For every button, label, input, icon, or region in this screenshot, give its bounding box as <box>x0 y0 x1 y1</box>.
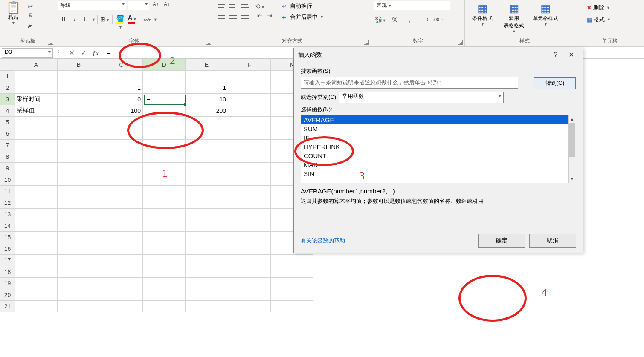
cell-D14[interactable] <box>143 220 186 232</box>
comma-format-button[interactable]: , <box>403 14 416 25</box>
cell-D19[interactable] <box>143 278 186 289</box>
cell-A2[interactable] <box>15 82 58 94</box>
cell-E13[interactable] <box>186 209 228 220</box>
function-list[interactable]: AVERAGESUMIFHYPERLINKCOUNTMAXSIN ▲ ▼ <box>301 115 576 183</box>
font-name-combo[interactable]: 等线 <box>58 1 126 10</box>
cell-styles-button[interactable]: ▦单元格样式▼ <box>531 1 560 26</box>
cell-D17[interactable] <box>143 255 186 266</box>
cell-D18[interactable] <box>143 266 186 278</box>
cell-C8[interactable] <box>100 151 143 163</box>
cell-A1[interactable] <box>15 71 58 82</box>
cell-E5[interactable] <box>186 117 228 128</box>
cell-B5[interactable] <box>58 117 100 128</box>
cell-C9[interactable] <box>100 163 143 174</box>
cell-B16[interactable] <box>58 243 100 255</box>
function-item-average[interactable]: AVERAGE <box>301 115 576 124</box>
cell-D6[interactable] <box>143 128 186 140</box>
cell-B9[interactable] <box>58 163 100 174</box>
function-item-sin[interactable]: SIN <box>301 169 576 178</box>
cell-A5[interactable] <box>15 117 58 128</box>
row-header-16[interactable]: 16 <box>0 243 15 255</box>
select-all-corner[interactable] <box>0 59 15 71</box>
cell-B6[interactable] <box>58 128 100 140</box>
row-header-4[interactable]: 4 <box>0 105 15 117</box>
cell-C11[interactable] <box>100 186 143 197</box>
cell-D5[interactable] <box>143 117 186 128</box>
cell-B1[interactable] <box>58 71 100 82</box>
align-middle-button[interactable] <box>228 1 239 11</box>
cell-F14[interactable] <box>228 220 271 232</box>
cell-C7[interactable] <box>100 140 143 151</box>
clipboard-launcher-icon[interactable] <box>48 40 53 45</box>
cancel-edit-button[interactable]: ✕ <box>66 48 78 58</box>
cell-A20[interactable] <box>15 289 58 301</box>
cell-B3[interactable] <box>58 94 100 105</box>
cell-C19[interactable] <box>100 278 143 289</box>
format-cells-button[interactable]: ▦格式▼ <box>587 14 611 25</box>
cell-E10[interactable] <box>186 174 228 186</box>
cell-A13[interactable] <box>15 209 58 220</box>
cell-A12[interactable] <box>15 197 58 209</box>
align-left-button[interactable] <box>216 12 227 22</box>
cell-D15[interactable] <box>143 232 186 243</box>
cell-F1[interactable] <box>228 71 271 82</box>
format-as-table-button[interactable]: ▦套用 表格格式▼ <box>499 1 529 34</box>
cell-C3[interactable]: 0 <box>100 94 143 105</box>
cell-F21[interactable] <box>228 301 271 312</box>
font-launcher-icon[interactable] <box>206 40 211 45</box>
italic-button[interactable]: I <box>69 14 80 25</box>
cell-A9[interactable] <box>15 163 58 174</box>
number-format-combo[interactable]: 常规 <box>374 1 450 10</box>
cell-B11[interactable] <box>58 186 100 197</box>
cell-N21[interactable] <box>271 301 313 312</box>
cell-A11[interactable] <box>15 186 58 197</box>
cell-F17[interactable] <box>228 255 271 266</box>
cell-A4[interactable]: 采样值 <box>15 105 58 117</box>
cell-E18[interactable] <box>186 266 228 278</box>
cell-F19[interactable] <box>228 278 271 289</box>
decrease-decimal-button[interactable]: .00→ <box>432 14 445 25</box>
cell-C20[interactable] <box>100 289 143 301</box>
cell-D11[interactable] <box>143 186 186 197</box>
cell-B14[interactable] <box>58 220 100 232</box>
column-header-E[interactable]: E <box>186 59 228 71</box>
go-button[interactable]: 转到(G) <box>534 77 576 89</box>
cell-N18[interactable] <box>271 266 313 278</box>
cell-F6[interactable] <box>228 128 271 140</box>
cell-B18[interactable] <box>58 266 100 278</box>
search-function-input[interactable] <box>301 77 518 89</box>
conditional-format-button[interactable]: ▦条件格式▼ <box>467 1 497 26</box>
font-color-button[interactable]: A▼ <box>126 14 138 25</box>
row-header-5[interactable]: 5 <box>0 117 15 128</box>
cell-D20[interactable] <box>143 289 186 301</box>
underline-button[interactable]: U <box>80 14 91 25</box>
cell-F18[interactable] <box>228 266 271 278</box>
cut-icon[interactable]: ✂ <box>26 3 35 11</box>
cancel-button[interactable]: 取消 <box>529 234 576 248</box>
cell-A18[interactable] <box>15 266 58 278</box>
cell-D16[interactable] <box>143 243 186 255</box>
increase-indent-button[interactable]: ⇥ <box>264 12 274 20</box>
cell-B21[interactable] <box>58 301 100 312</box>
cell-A10[interactable] <box>15 174 58 186</box>
cell-E15[interactable] <box>186 232 228 243</box>
cell-F20[interactable] <box>228 289 271 301</box>
cell-E16[interactable] <box>186 243 228 255</box>
cell-F5[interactable] <box>228 117 271 128</box>
cell-D8[interactable] <box>143 151 186 163</box>
cell-F2[interactable] <box>228 82 271 94</box>
cell-A3[interactable]: 采样时间 <box>15 94 58 105</box>
cell-D7[interactable] <box>143 140 186 151</box>
insert-function-button[interactable]: ƒx <box>90 48 102 58</box>
cell-E19[interactable] <box>186 278 228 289</box>
cell-A6[interactable] <box>15 128 58 140</box>
cell-E8[interactable] <box>186 151 228 163</box>
function-item-count[interactable]: COUNT <box>301 151 576 160</box>
scroll-up-icon[interactable]: ▲ <box>569 115 576 123</box>
font-size-combo[interactable] <box>128 1 149 10</box>
row-header-14[interactable]: 14 <box>0 220 15 232</box>
cell-C2[interactable]: 1 <box>100 82 143 94</box>
cell-F16[interactable] <box>228 243 271 255</box>
border-button[interactable]: ⊞▼ <box>99 14 110 25</box>
function-item-hyperlink[interactable]: HYPERLINK <box>301 142 576 151</box>
